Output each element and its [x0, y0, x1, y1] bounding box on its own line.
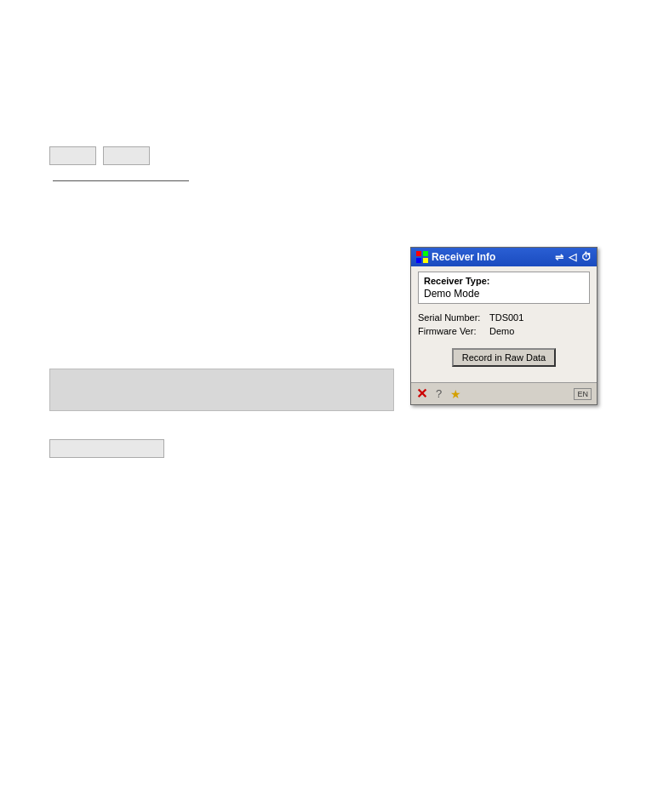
clock-icon: ⏱	[581, 251, 592, 263]
title-bar-icons: ⇌ ◁ ⏱	[555, 251, 592, 263]
firmware-label: Firmware Ver:	[418, 326, 486, 336]
firmware-value: Demo	[489, 326, 514, 336]
title-bar: Receiver Info ⇌ ◁ ⏱	[411, 248, 597, 266]
windows-logo-icon	[416, 251, 428, 263]
status-bar: ✕ ? ★ EN	[411, 382, 597, 404]
svg-rect-2	[416, 258, 421, 263]
firmware-row: Firmware Ver: Demo	[418, 326, 590, 336]
window-title: Receiver Info	[432, 251, 495, 263]
receiver-type-group: Receiver Type: Demo Mode	[418, 272, 590, 304]
receiver-type-label: Receiver Type:	[424, 276, 584, 286]
svg-rect-0	[416, 251, 421, 256]
signal-icon: ⇌	[555, 251, 563, 263]
serial-number-label: Serial Number:	[418, 312, 486, 323]
volume-icon: ◁	[569, 251, 576, 263]
svg-rect-3	[423, 258, 428, 263]
title-bar-left: Receiver Info	[416, 251, 495, 263]
serial-number-value: TDS001	[489, 312, 523, 323]
record-raw-data-button[interactable]: Record in Raw Data	[452, 348, 556, 367]
window-body: Receiver Type: Demo Mode Serial Number: …	[411, 266, 597, 382]
receiver-info-window: Receiver Info ⇌ ◁ ⏱ Receiver Type: Demo …	[410, 247, 598, 405]
record-btn-container: Record in Raw Data	[418, 348, 590, 367]
bg-gray-bar	[49, 369, 394, 411]
svg-rect-1	[423, 251, 428, 256]
close-icon[interactable]: ✕	[416, 386, 427, 402]
help-icon[interactable]: ?	[436, 387, 442, 400]
bg-button-2[interactable]	[103, 146, 150, 165]
bg-button-3[interactable]	[49, 439, 164, 458]
bg-underline	[53, 180, 189, 181]
bg-button-1[interactable]	[49, 146, 96, 165]
receiver-type-value: Demo Mode	[424, 288, 584, 300]
star-icon[interactable]: ★	[450, 387, 461, 401]
serial-number-row: Serial Number: TDS001	[418, 312, 590, 323]
keyboard-indicator: EN	[574, 388, 592, 400]
